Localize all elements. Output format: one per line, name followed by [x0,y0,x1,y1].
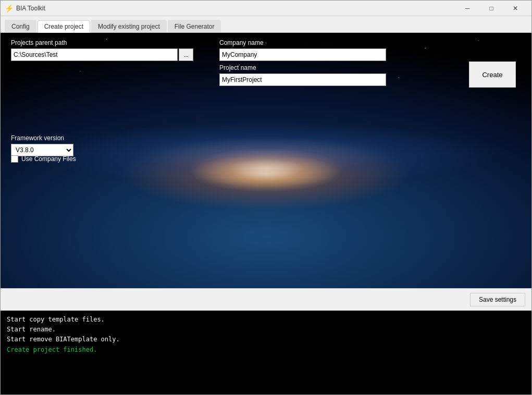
minimize-button[interactable]: ─ [455,1,479,16]
tab-modify-project[interactable]: Modify existing project [91,20,167,32]
tab-file-generator[interactable]: File Generator [168,20,221,32]
app-icon: ⚡ [5,4,13,13]
log-line: Start remove BIATemplate only. [7,335,525,344]
tab-config[interactable]: Config [5,20,36,32]
main-content: Projects parent path ... Company name Pr… [1,33,531,395]
tab-bar: Config Create project Modify existing pr… [1,16,531,33]
projects-parent-section: Projects parent path ... [11,39,193,61]
company-name-input[interactable] [219,48,386,61]
bottom-controls: Save settings [1,288,531,311]
company-files-section: Use Company Files [11,155,76,163]
projects-path-input[interactable] [11,48,178,61]
window-controls: ─ □ ✕ [455,1,527,16]
log-line: Start rename. [7,325,525,335]
framework-version-select[interactable]: V3.8.0V3.7.0V3.6.0 [11,144,73,156]
project-name-section: Project name [219,64,386,86]
log-area: Start copy template files.Start rename.S… [1,311,531,395]
log-line: Start copy template files. [7,315,525,325]
close-button[interactable]: ✕ [503,1,527,16]
create-button[interactable]: Create [469,61,516,88]
company-name-section: Company name [219,39,386,61]
company-name-label: Company name [219,39,386,46]
framework-version-section: Framework version V3.8.0V3.7.0V3.6.0 [11,134,73,156]
app-title: BIA Toolkit [16,5,455,12]
save-settings-button[interactable]: Save settings [470,293,525,306]
framework-version-label: Framework version [11,134,73,142]
browse-button[interactable]: ... [179,48,193,61]
project-name-input[interactable] [219,73,386,86]
use-company-files-checkbox[interactable] [11,155,18,163]
maximize-button[interactable]: □ [479,1,503,16]
title-bar: ⚡ BIA Toolkit ─ □ ✕ [1,1,531,16]
project-name-label: Project name [219,64,386,71]
controls-overlay: Projects parent path ... Company name Pr… [1,33,531,288]
log-line: Create project finished. [7,345,525,355]
projects-path-label: Projects parent path [11,39,193,46]
use-company-files-label: Use Company Files [21,155,76,163]
bg-panel: Projects parent path ... Company name Pr… [1,33,531,288]
path-row: ... [11,48,193,61]
tab-create-project[interactable]: Create project [38,20,90,33]
